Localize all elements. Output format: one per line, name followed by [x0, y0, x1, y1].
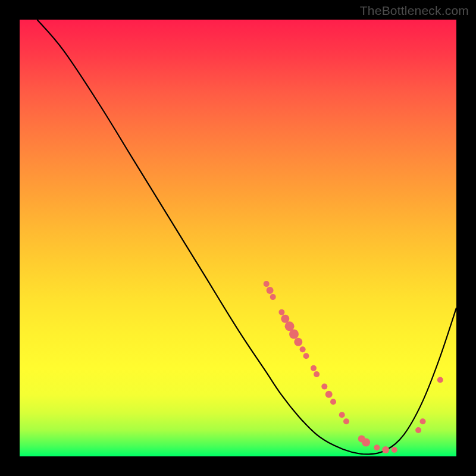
data-point: [303, 353, 309, 359]
data-point: [330, 399, 336, 405]
data-point: [392, 447, 397, 453]
data-point: [415, 427, 421, 433]
data-point: [267, 287, 274, 294]
data-point: [325, 391, 333, 398]
curve-line: [37, 20, 456, 454]
data-point: [420, 418, 426, 424]
data-point: [278, 309, 284, 315]
data-point: [270, 294, 276, 300]
data-point: [343, 418, 349, 424]
data-point: [289, 330, 299, 339]
data-point: [300, 346, 306, 352]
data-point: [264, 281, 270, 287]
plot-area: [20, 20, 456, 456]
data-point: [321, 384, 327, 390]
data-point: [374, 444, 380, 450]
data-point: [294, 338, 302, 346]
data-point: [362, 439, 370, 447]
data-point: [339, 412, 345, 418]
data-point: [382, 446, 389, 453]
marker-group: [264, 281, 443, 453]
data-point: [314, 371, 320, 377]
data-point: [311, 365, 317, 371]
watermark-text: TheBottleneck.com: [360, 4, 469, 18]
chart-frame: TheBottleneck.com: [0, 0, 476, 476]
data-point: [437, 377, 443, 383]
chart-svg: [20, 20, 456, 456]
